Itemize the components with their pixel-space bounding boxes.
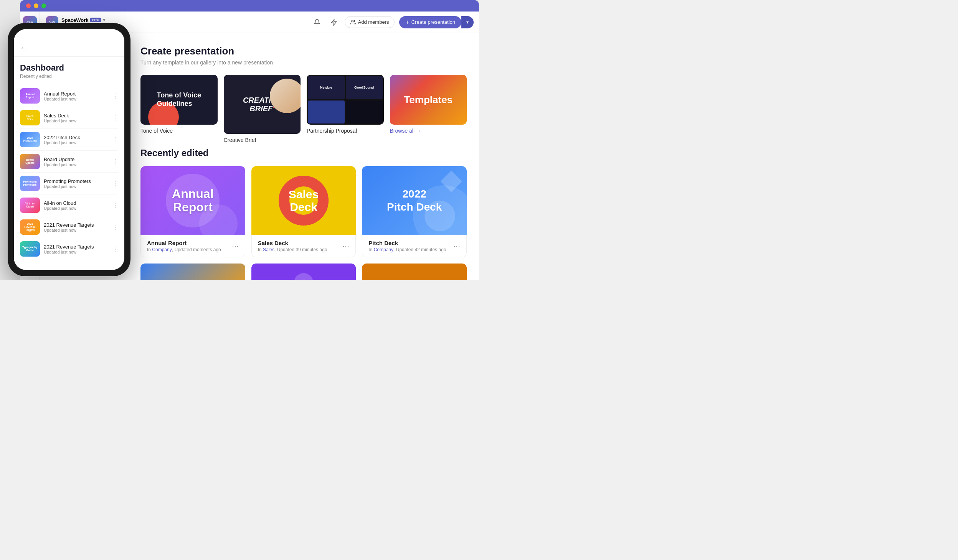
cb-thumbnail: CREATIVEBRIEF● <box>224 75 301 134</box>
pitch-deck-thumbnail: 2022Pitch Deck <box>362 166 467 235</box>
template-card-pp[interactable]: Newbie GoodSound Partnership Proposal <box>307 75 384 134</box>
phone-list-item[interactable]: PromotingPromoters Promoting Promoters U… <box>20 173 118 194</box>
phone-item-info: All-in on Cloud Updated just now <box>44 200 108 211</box>
desktop: SW + SW SpaceWork PRO ▾ <box>0 0 479 280</box>
sales-deck-time: Updated 39 minutes ago <box>277 247 327 252</box>
phone-item-more-button[interactable]: ⋮ <box>112 136 118 143</box>
phone-item-name: Sales Deck <box>44 113 108 119</box>
pitch-deck-info: Pitch Deck In Company, Updated 42 minute… <box>362 235 467 257</box>
pro-badge: PRO <box>90 18 102 22</box>
browse-thumbnail: Templates <box>390 75 467 125</box>
phone-item-info: Promoting Promoters Updated just now <box>44 178 108 189</box>
browse-arrow-icon: → <box>416 128 421 134</box>
templates-row: Tone of VoiceGuidelines Tone of Voice <box>140 75 467 134</box>
tov-thumbnail: Tone of VoiceGuidelines <box>140 75 218 125</box>
create-presentation-button[interactable]: + Create presentation <box>399 16 461 28</box>
phone-thumb-text: 2021Revenue Targets <box>20 222 40 232</box>
workspace-name: SpaceWork PRO ▾ <box>61 17 105 23</box>
pitch-deck-card-text: 2022Pitch Deck <box>387 188 442 213</box>
phone-overlay: ← Dashboard Recently edited AnnualReport… <box>0 23 138 280</box>
create-section-subtitle: Turn any template in our gallery into a … <box>140 59 467 66</box>
phone-item-more-button[interactable]: ⋮ <box>112 180 118 187</box>
recent-card-pitch-deck[interactable]: 2022Pitch Deck Pitch Deck In Company, Up… <box>362 166 467 257</box>
bottom-card-3[interactable] <box>362 264 467 280</box>
phone-list-item[interactable]: AnnualReport Annual Report Updated just … <box>20 85 118 107</box>
create-presentation-label: Create presentation <box>411 19 455 25</box>
template-card-browse[interactable]: Templates Browse all → <box>390 75 467 134</box>
phone-item-more-button[interactable]: ⋮ <box>112 245 118 253</box>
phone-item-thumbnail: All-in onCloud <box>20 198 40 213</box>
sales-deck-info: Sales Deck In Sales, Updated 39 minutes … <box>251 235 356 257</box>
annual-report-info: Annual Report In Company, Updated moment… <box>140 235 245 257</box>
template-card-cb[interactable]: CREATIVEBRIEF● Creative Brief <box>224 75 301 134</box>
tov-template-name: Tone of Voice <box>140 128 218 134</box>
phone-nav-bar: ← <box>14 40 124 57</box>
phone-item-meta: Updated just now <box>44 228 108 232</box>
minimize-dot[interactable] <box>34 3 38 8</box>
phone-list-item[interactable]: 2021Revenue Targets 2021 Revenue Targets… <box>20 216 118 238</box>
pp-thumbnail: Newbie GoodSound <box>307 75 384 125</box>
phone-item-name: Board Update <box>44 156 108 162</box>
phone-item-info: Sales Deck Updated just now <box>44 113 108 123</box>
create-section-title: Create presentation <box>140 45 467 57</box>
notification-button[interactable] <box>311 16 323 28</box>
sales-deck-details: Sales Deck In Sales, Updated 39 minutes … <box>258 240 327 252</box>
phone-item-meta: Updated just now <box>44 206 108 211</box>
annual-report-card-text: AnnualReport <box>172 187 213 214</box>
sales-deck-thumbnail: SalesDeck <box>251 166 356 235</box>
tov-text: Tone of VoiceGuidelines <box>151 85 207 114</box>
phone-list-item[interactable]: 2022Pitch Deck 2022 Pitch Deck Updated j… <box>20 129 118 151</box>
phone-item-thumbnail: SalesDeck <box>20 110 40 125</box>
recent-card-sales-deck[interactable]: SalesDeck Sales Deck In Sales, Updated 3… <box>251 166 356 257</box>
phone-item-more-button[interactable]: ⋮ <box>112 202 118 209</box>
phone-item-name: All-in on Cloud <box>44 200 108 206</box>
recently-edited-title: Recently edited <box>140 148 467 158</box>
bottom-cards-row: 🌸 <box>140 264 467 280</box>
phone-item-more-button[interactable]: ⋮ <box>112 158 118 165</box>
recent-card-annual-report[interactable]: AnnualReport Annual Report In Company, U… <box>140 166 245 257</box>
phone-item-name: 2022 Pitch Deck <box>44 135 108 140</box>
phone-dashboard-title: Dashboard <box>20 63 118 73</box>
template-card-tov[interactable]: Tone of VoiceGuidelines Tone of Voice <box>140 75 218 134</box>
phone-thumb-text: BoardUpdate <box>25 158 35 165</box>
phone-list-item[interactable]: TypographyGuide 2021 Revenue Targets Upd… <box>20 238 118 260</box>
sales-deck-title: Sales Deck <box>258 240 327 246</box>
bottom-card-1[interactable] <box>140 264 245 280</box>
phone-list-item[interactable]: BoardUpdate Board Update Updated just no… <box>20 151 118 173</box>
sales-deck-card-text: SalesDeck <box>289 188 319 213</box>
pitch-deck-meta: In Company, Updated 42 minutes ago <box>368 247 446 252</box>
phone-item-meta: Updated just now <box>44 250 108 254</box>
phone-list-item[interactable]: All-in onCloud All-in on Cloud Updated j… <box>20 194 118 216</box>
phone-status-bar <box>14 29 124 40</box>
phone-item-more-button[interactable]: ⋮ <box>112 114 118 122</box>
sales-deck-more-button[interactable]: ⋯ <box>342 242 349 250</box>
phone-back-button[interactable]: ← <box>20 44 27 52</box>
phone-list-item[interactable]: SalesDeck Sales Deck Updated just now ⋮ <box>20 107 118 129</box>
phone-item-info: 2021 Revenue Targets Updated just now <box>44 244 108 254</box>
pitch-deck-more-button[interactable]: ⋯ <box>453 242 460 250</box>
annual-report-more-button[interactable]: ⋯ <box>232 242 239 250</box>
bottom-card-2[interactable]: 🌸 <box>251 264 356 280</box>
title-bar <box>20 0 479 12</box>
phone-item-thumbnail: TypographyGuide <box>20 241 40 257</box>
close-dot[interactable] <box>26 3 31 8</box>
pp-template-name: Partnership Proposal <box>307 128 384 134</box>
phone-item-thumbnail: BoardUpdate <box>20 154 40 169</box>
workspace-chevron-icon[interactable]: ▾ <box>103 17 105 23</box>
browse-all-link[interactable]: Browse all → <box>390 128 467 134</box>
phone-item-more-button[interactable]: ⋮ <box>112 224 118 231</box>
phone-item-info: 2022 Pitch Deck Updated just now <box>44 135 108 145</box>
phone-item-more-button[interactable]: ⋮ <box>112 92 118 100</box>
annual-report-thumbnail: AnnualReport <box>140 166 245 235</box>
add-members-button[interactable]: Add members <box>345 16 395 28</box>
maximize-dot[interactable] <box>41 3 46 8</box>
phone-item-info: 2021 Revenue Targets Updated just now <box>44 222 108 232</box>
create-dropdown-button[interactable]: ▾ <box>461 16 474 28</box>
pitch-deck-location: Company <box>374 247 393 252</box>
phone-thumb-text: PromotingPromoters <box>22 180 37 187</box>
annual-report-title: Annual Report <box>147 240 221 246</box>
lightning-button[interactable] <box>328 16 340 28</box>
phone-screen: ← Dashboard Recently edited AnnualReport… <box>14 29 124 270</box>
pitch-deck-time: Updated 42 minutes ago <box>396 247 446 252</box>
create-presentation-section: Create presentation Turn any template in… <box>140 45 467 134</box>
